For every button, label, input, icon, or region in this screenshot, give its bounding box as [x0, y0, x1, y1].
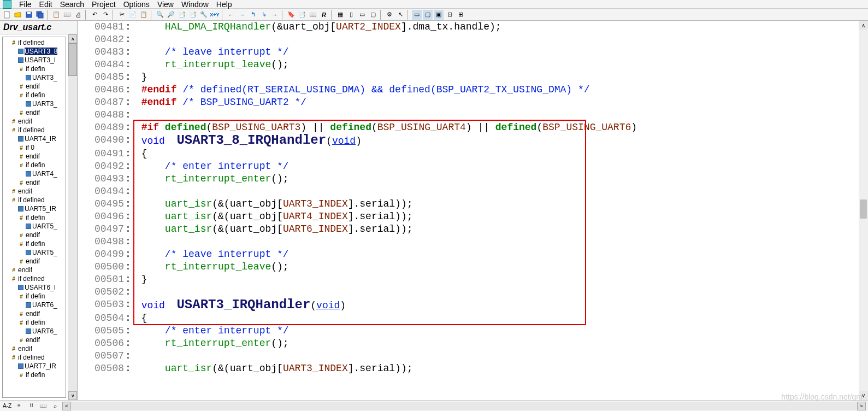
find-files-icon[interactable]: 📑 — [188, 10, 198, 20]
code-editor[interactable]: 00481: HAL_DMA_IRQHandler(&uart_obj[UART… — [78, 21, 868, 400]
tree-item[interactable]: #if 0 — [3, 143, 66, 152]
code-line[interactable]: 00486: #endif /* defined(RT_SERIAL_USING… — [78, 84, 857, 96]
view5-icon[interactable]: ⊞ — [456, 10, 465, 20]
paste-icon[interactable]: 📋 — [139, 10, 149, 20]
code-line[interactable]: 00492: /* enter interrupt */ — [78, 160, 857, 173]
code-line[interactable]: 00507: — [78, 350, 857, 362]
symbol-icon[interactable]: 📋 — [51, 10, 61, 20]
menu-edit[interactable]: Edit — [39, 0, 52, 9]
tree-item[interactable]: #endif — [3, 178, 66, 187]
tree-item[interactable]: #endif — [3, 257, 66, 266]
open-file-icon[interactable] — [13, 10, 23, 20]
tree-item[interactable]: #if defin — [3, 318, 66, 327]
code-line[interactable]: 00508: uart_isr(&(uart_obj[UART3_INDEX].… — [78, 362, 857, 375]
sidebar-scroll-track[interactable] — [68, 43, 77, 391]
goto-icon[interactable]: X+Y — [210, 10, 220, 20]
code-line[interactable]: 00491: { — [78, 148, 857, 160]
sidebar-scrollbar[interactable]: ∧ ∨ — [68, 34, 77, 400]
tree-item[interactable]: #endif — [3, 187, 66, 196]
code-line[interactable]: 00497: uart_isr(&(uart_obj[UART6_INDEX].… — [78, 223, 857, 236]
tree-item[interactable]: #endif — [3, 117, 66, 126]
code-line[interactable]: 00495: uart_isr(&(uart_obj[UART3_INDEX].… — [78, 198, 857, 210]
cascade-icon[interactable]: ▢ — [368, 10, 378, 20]
cut-icon[interactable]: ✂ — [117, 10, 127, 20]
menu-help[interactable]: Help — [216, 0, 232, 9]
relation-icon[interactable]: R — [319, 10, 329, 20]
bookmark-list-icon[interactable]: 📖 — [308, 10, 318, 20]
editor-scroll-up-icon[interactable]: ∧ — [859, 21, 868, 30]
filename-tab[interactable]: Drv_usart.c — [0, 21, 77, 34]
editor-scroll-down-icon[interactable]: ∨ — [859, 391, 868, 400]
code-line[interactable]: 00499: /* leave interrupt */ — [78, 248, 857, 261]
tree-item[interactable]: UART5_ — [3, 222, 66, 231]
view1-icon[interactable]: ▭ — [412, 10, 422, 20]
copy-icon[interactable]: 📄 — [128, 10, 138, 20]
editor-scroll-thumb[interactable] — [860, 199, 867, 219]
find-icon[interactable]: 🔍 — [155, 10, 165, 20]
tree-item[interactable]: #endif — [3, 231, 66, 239]
tile-c-icon[interactable]: ▭ — [357, 10, 367, 20]
nav-fwd-icon[interactable]: → — [237, 10, 247, 20]
find-next-icon[interactable]: 🔎 — [166, 10, 176, 20]
menu-window[interactable]: Window — [181, 0, 209, 9]
code-line[interactable]: 00504: { — [78, 312, 857, 325]
tree-item[interactable]: UART6_ — [3, 301, 66, 309]
bookmark-icon[interactable]: 🔖 — [286, 10, 296, 20]
menu-options[interactable]: Options — [123, 0, 150, 9]
tree-item[interactable]: #if defin — [3, 292, 66, 301]
code-line[interactable]: 00496: uart_isr(&(uart_obj[UART4_INDEX].… — [78, 210, 857, 223]
tree-item[interactable]: #endif — [3, 336, 66, 344]
menu-search[interactable]: Search — [60, 0, 84, 9]
tree-item[interactable]: #if defined — [3, 274, 66, 283]
tree-item[interactable]: UART3_ — [3, 73, 66, 82]
book-view-icon[interactable]: 📖 — [38, 402, 48, 410]
tree-item[interactable]: UART4_IR — [3, 134, 66, 143]
find-prev-icon[interactable]: 📑 — [177, 10, 187, 20]
code-line[interactable]: 00493: rt_interrupt_enter(); — [78, 173, 857, 185]
tree-item[interactable]: #endif — [3, 266, 66, 274]
code-line[interactable]: 00485: } — [78, 71, 857, 84]
grid-icon[interactable]: ⠿ — [26, 402, 36, 410]
code-line[interactable]: 00502: — [78, 286, 857, 298]
menu-view[interactable]: View — [157, 0, 174, 9]
tree-item[interactable]: #if defined — [3, 38, 66, 47]
view4-icon[interactable]: ⊡ — [445, 10, 454, 20]
code-line[interactable]: 00505: /* enter interrupt */ — [78, 325, 857, 337]
scroll-up-icon[interactable]: ∧ — [68, 34, 77, 43]
tree-item[interactable]: #endif — [3, 152, 66, 161]
tree-item[interactable]: UART7_IR — [3, 362, 66, 371]
print-icon[interactable]: 🖨 — [73, 10, 83, 20]
tile-h-icon[interactable]: ▦ — [335, 10, 345, 20]
nav-up-icon[interactable]: ↰ — [248, 10, 258, 20]
code-line[interactable]: 00503: void USART3_IRQHandler(void) — [78, 298, 857, 312]
tree-item[interactable]: #if defin — [3, 239, 66, 248]
tree-item[interactable]: #endif — [3, 82, 66, 91]
nav-down-icon[interactable]: ↳ — [259, 10, 269, 20]
view3-icon[interactable]: ▣ — [434, 10, 444, 20]
bookmark-toggle-icon[interactable]: 📑 — [297, 10, 307, 20]
replace-icon[interactable]: 🔧 — [199, 10, 209, 20]
new-file-icon[interactable] — [2, 10, 12, 20]
tree-item[interactable]: #endif — [3, 309, 66, 318]
list-icon[interactable]: ≡ — [14, 402, 24, 410]
book-icon[interactable]: 📖 — [62, 10, 72, 20]
tree-item[interactable]: USART3_8 — [3, 47, 66, 56]
code-line[interactable]: 00483: /* leave interrupt */ — [78, 46, 857, 58]
redo-icon[interactable]: ↷ — [101, 10, 110, 20]
hscroll-right-icon[interactable]: > — [857, 402, 866, 410]
code-line[interactable]: 00487: #endif /* BSP_USING_UART2 */ — [78, 96, 857, 109]
code-line[interactable]: 00488: — [78, 109, 857, 121]
tree-item[interactable]: #if defined — [3, 196, 66, 204]
tree-item[interactable]: #if defin — [3, 371, 66, 379]
code-line[interactable]: 00498: — [78, 236, 857, 248]
menu-file[interactable]: File — [19, 0, 32, 9]
editor-scroll-track[interactable] — [859, 30, 868, 391]
tree-item[interactable]: #if defin — [3, 213, 66, 222]
view2-icon[interactable]: ▢ — [423, 10, 433, 20]
tree-item[interactable]: UART6_ — [3, 327, 66, 336]
nav-def-icon[interactable]: → — [270, 10, 280, 20]
tree-item[interactable]: #endif — [3, 344, 66, 353]
scroll-down-icon[interactable]: ∨ — [68, 391, 77, 400]
sort-az-icon[interactable]: A-Z — [2, 402, 12, 410]
nav-back-icon[interactable]: ← — [226, 10, 236, 20]
